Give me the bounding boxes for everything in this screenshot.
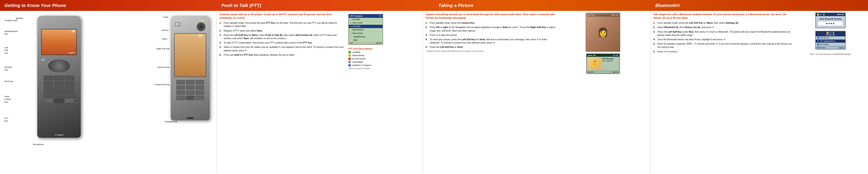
ptt-contact-jill: ● Jill Austin bbox=[349, 25, 382, 28]
icon-invitation: ✉ Invitation in Progress bbox=[348, 64, 420, 67]
main-content: Headset Jack Speaker SpeakerphoneKey Lef… bbox=[0, 11, 868, 174]
bt-step-1: 1. From standby mode, press the Left Sof… bbox=[653, 21, 793, 25]
ptt-step-1: 1. From standby mode, short press the gr… bbox=[219, 21, 345, 28]
label-right-soft-key: Right Soft Key bbox=[156, 46, 169, 50]
camera-hud: ATT ⓈⓊ HBM-300 bbox=[587, 14, 619, 17]
keypad-row-1 bbox=[42, 76, 76, 80]
ptt-step-3: 3. Press the Left Soft Key for Menu, sel… bbox=[219, 33, 345, 40]
message-screen: Calls: 301 L/T 3K 👶 New Message He's wal… bbox=[586, 53, 620, 74]
ptt-screen-header: PTT Contacts 3/5 bbox=[349, 14, 382, 18]
camera-step-3: 3. Press ✕ to take the picture. bbox=[426, 33, 555, 37]
keypad-row-4 bbox=[42, 93, 76, 97]
camera-footnote: * Default camera setting (640x480) does … bbox=[426, 50, 555, 52]
silent-icon: ~ bbox=[348, 54, 351, 57]
ptt-contact-list: ● CEOdad ● Jane Austin ● Jill Austin ● bbox=[349, 18, 382, 42]
bt-step-4: 4. Once the Bluetooth device has been fo… bbox=[653, 38, 793, 41]
unavailable-icon: ○ bbox=[348, 61, 351, 63]
camera-step-1: 1. From standby mode, press the Camera K… bbox=[426, 21, 555, 25]
charging-port-element bbox=[187, 117, 193, 119]
icon-unavailable: ○ Unavailable bbox=[348, 61, 420, 63]
phone-screen-display: cingular ▌▌▌ bbox=[41, 29, 77, 55]
ptt-icon-descriptions: PTT Icon Descriptions ● Available ~ Sile… bbox=[348, 47, 420, 67]
bt-device-carkit: 🔵 BT Car Kit bbox=[816, 36, 845, 40]
label-power-end: Power/ End Key bbox=[155, 82, 169, 86]
bt-device-speakerphone: 🔵 BT Speakerphone bbox=[816, 40, 845, 43]
bt-device-items: 🔵 BT Car Kit 🔵 BT Speakerphone 🔵 BT Prin… bbox=[816, 36, 845, 46]
ptt-step-2: 2. Register a PTT name and select Save. bbox=[219, 29, 345, 32]
icon-dnd: ✕ Do Not Disturb bbox=[348, 57, 420, 60]
nav-pad bbox=[48, 59, 70, 72]
bt-passkey-header: 📶 🔵 🔋 HBM-300 bbox=[816, 13, 845, 16]
ptt-contact-jane: ● Jane Austin bbox=[349, 21, 382, 25]
keypad bbox=[42, 76, 76, 103]
icon-legend-title: PTT Icon Descriptions bbox=[348, 47, 420, 50]
icon-available: ● Available bbox=[348, 51, 420, 53]
panel-bluetooth: Talk tangle-free with a Bluetooth enable… bbox=[651, 11, 868, 174]
camera-photo-1: 👩 ATT ⓈⓊ HBM-300 bbox=[586, 13, 620, 52]
ptt-screen-footer: Call Options bbox=[349, 42, 382, 44]
mirror-element bbox=[175, 22, 180, 26]
top-bar: Getting to Know Your Phone Push to Talk … bbox=[0, 0, 868, 11]
bt-note: Note: You can save up to 10 Bluetooth pa… bbox=[810, 53, 851, 56]
ptt-contact-ceodad: ● CEOdad bbox=[349, 18, 382, 21]
panel-ptt: Instantly speak with up to 30 people. Cr… bbox=[217, 11, 423, 174]
label-camera: Camera bbox=[161, 28, 168, 32]
lg-logo: LG bbox=[41, 58, 44, 61]
bt-device-list-header: 📶 🔵 🔋 Device List bbox=[816, 31, 845, 36]
label-camera-keys: Camera Keys bbox=[157, 65, 169, 69]
section-2-title: Push to Talk (PTT) bbox=[221, 3, 261, 8]
label-charging-port: Charging Port bbox=[164, 119, 177, 123]
baby-photo: 👶 bbox=[588, 58, 601, 70]
available-icon: ● bbox=[348, 51, 351, 53]
panel-getting-to-know: Headset Jack Speaker SpeakerphoneKey Lef… bbox=[0, 11, 217, 174]
ptt-footnote: See box insert for details. bbox=[348, 68, 420, 70]
camera-lens bbox=[197, 22, 206, 31]
label-flash: Flash bbox=[163, 15, 168, 19]
invitation-icon: ✉ bbox=[348, 64, 351, 67]
bt-step-6: 6. Press ✕ to connect. bbox=[653, 50, 793, 53]
bt-step-2: 2. Select Bluetooth (3), then Device Lis… bbox=[653, 26, 793, 29]
phone-front: cingular ▌▌▌ LG bbox=[37, 16, 81, 138]
bt-step-3: 3. Press the Left Soft Key under New, th… bbox=[653, 30, 793, 37]
camera-step-4: 4. To send your picture, press the Left … bbox=[426, 38, 555, 44]
back-keypad bbox=[175, 80, 206, 100]
bt-passkey-content: Enter Bluetooth Passkey ●●●● bbox=[816, 16, 845, 28]
ptt-contact-peter: ● Peter Brown bbox=[349, 32, 382, 35]
keypad-row-3 bbox=[42, 87, 76, 92]
cingular-label-bottom: ✕ cingular bbox=[55, 134, 64, 136]
ptt-step-4: 4. To start a PTT conversation, first ac… bbox=[219, 41, 345, 44]
bar-section-3: Taking a Picture bbox=[434, 3, 651, 8]
dnd-icon: ✕ bbox=[348, 57, 351, 60]
keypad-row-5 bbox=[42, 98, 76, 103]
camera-step-5: 5. Press the Left Soft Key to Send. bbox=[426, 46, 555, 49]
ptt-step-6: 6. Press and hold the PTT Key while spea… bbox=[219, 53, 345, 56]
panel-camera: Capture everything around you in vivid d… bbox=[423, 11, 651, 174]
icon-silent: ~ Silent/Vibrate bbox=[348, 54, 420, 57]
ptt-contact-mark: ● Mark Bluukin bbox=[349, 28, 382, 32]
ptt-contact-mark2: Mark bbox=[349, 39, 382, 42]
bt-intro: Talk tangle-free with a Bluetooth enable… bbox=[653, 13, 793, 20]
bar-section-4: Bluetooth® bbox=[651, 3, 868, 8]
signal-icon: ▌▌▌ bbox=[72, 30, 75, 32]
msg-screen-header: Calls: 301 L/T 3K bbox=[587, 54, 619, 57]
camera-step-2: 2. Press left or right on the Navigation… bbox=[426, 26, 555, 32]
msg-content: 👶 New Message He's walking! bbox=[587, 57, 619, 71]
bt-passkey-screen: 📶 🔵 🔋 HBM-300 Enter Bluetooth Passkey ●●… bbox=[815, 13, 846, 28]
section-4-title: Bluetooth® bbox=[655, 3, 680, 8]
camera-intro: Capture everything around you in vivid d… bbox=[426, 13, 555, 20]
section-3-title: Taking a Picture bbox=[438, 3, 473, 8]
ptt-step-5: 5. Select a contact from your list. Make… bbox=[219, 46, 345, 52]
bt-passkey-input: ●●●● bbox=[817, 21, 843, 26]
ptt-contact-number: 18685550450 bbox=[349, 35, 382, 39]
flash-element bbox=[200, 19, 204, 21]
ptt-intro: Instantly speak with up to 30 people. Cr… bbox=[219, 13, 345, 20]
section-1-title: Getting to Know Your Phone bbox=[4, 3, 66, 8]
bar-section-1: Getting to Know Your Phone bbox=[0, 3, 217, 8]
back-screen: ▌▌▌ 🔋 bbox=[174, 33, 206, 77]
bar-section-2: Push to Talk (PTT) bbox=[217, 3, 434, 8]
label-mirror: Mirror bbox=[162, 36, 167, 41]
bt-device-list-screen: 📶 🔵 🔋 Device List 🔵 BT Car Kit 🔵 BT Spea… bbox=[815, 31, 846, 50]
bt-step-5: 5. Enter the passkey (typically "0000" –… bbox=[653, 42, 793, 49]
keypad-row-2 bbox=[42, 81, 76, 86]
carrier-label: cingular bbox=[68, 52, 75, 54]
